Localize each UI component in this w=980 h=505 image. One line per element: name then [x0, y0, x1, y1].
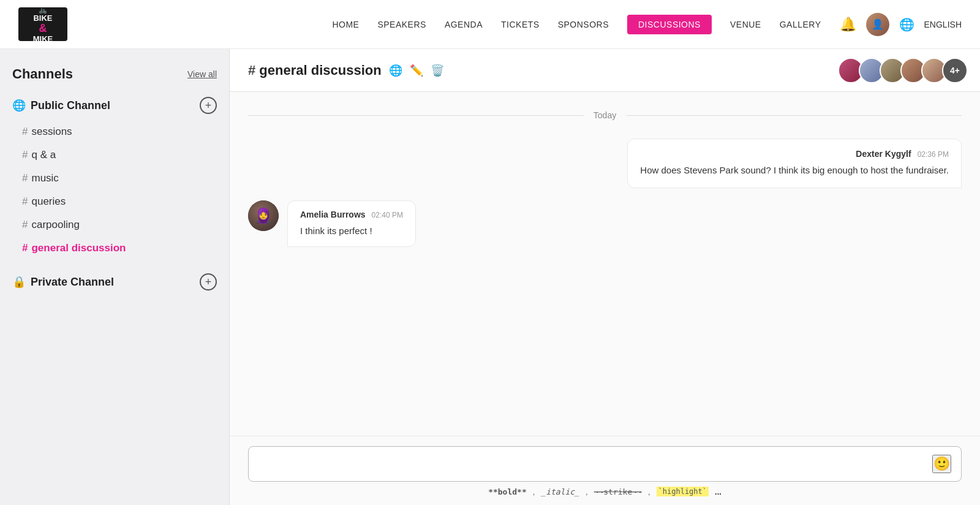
nav-discussions[interactable]: DISCUSSIONS	[627, 15, 712, 34]
amelia-avatar-img: 🧕	[248, 200, 279, 231]
message-text-dexter: How does Stevens Park sound? I think its…	[640, 164, 949, 178]
globe-small-icon: 🌐	[12, 99, 26, 112]
chat-header-left: # general discussion 🌐 ✏️ 🗑️	[248, 63, 444, 78]
format-bold: **bold**	[488, 487, 527, 496]
chat-input-area: 🙂 **bold** , _italic_ , ~~strike~~ , `hi…	[230, 436, 980, 505]
view-all-link[interactable]: View all	[187, 69, 217, 79]
emoji-button[interactable]: 🙂	[932, 455, 951, 473]
nav-home[interactable]: HOME	[332, 20, 359, 29]
nav-sponsors[interactable]: SPONSORS	[558, 20, 609, 29]
channel-music[interactable]: # music	[0, 167, 229, 190]
message-avatar-amelia: 🧕	[248, 200, 279, 231]
message-author-amelia: Amelia Burrows	[300, 210, 366, 219]
add-private-channel-button[interactable]: +	[200, 273, 217, 290]
nav-right: 🔔 👤 🌐 ENGLISH	[840, 13, 962, 36]
nav-venue[interactable]: VENUE	[730, 20, 761, 29]
message-time-dexter: 02:36 PM	[918, 150, 949, 159]
message-bubble-dexter: Dexter Kygylf 02:36 PM How does Stevens …	[627, 139, 962, 188]
channel-qanda[interactable]: # q & a	[0, 143, 229, 167]
format-italic: _italic_	[541, 487, 579, 496]
lock-icon: 🔒	[12, 275, 26, 289]
message-bubble-amelia: Amelia Burrows 02:40 PM I think its perf…	[287, 200, 416, 248]
sidebar: Channels View all 🌐 Public Channel + # s…	[0, 49, 230, 505]
edit-icon[interactable]: ✏️	[410, 64, 423, 77]
date-divider: Today	[248, 110, 962, 120]
channels-title: Channels	[12, 66, 73, 82]
notification-bell-icon[interactable]: 🔔	[840, 17, 856, 32]
globe-header-icon[interactable]: 🌐	[389, 64, 402, 77]
message-meta-dexter: Dexter Kygylf 02:36 PM	[640, 149, 949, 159]
channel-carpooling[interactable]: # carpooling	[0, 213, 229, 237]
language-label[interactable]: ENGLISH	[924, 20, 962, 29]
globe-icon[interactable]: 🌐	[899, 17, 914, 32]
message-amelia: 🧕 Amelia Burrows 02:40 PM I think its pe…	[248, 200, 962, 248]
nav-links: HOME SPEAKERS AGENDA TICKETS SPONSORS DI…	[332, 15, 821, 34]
channel-sessions[interactable]: # sessions	[0, 120, 229, 143]
main-layout: Channels View all 🌐 Public Channel + # s…	[0, 49, 980, 505]
member-count-badge[interactable]: 4+	[942, 58, 968, 83]
nav-tickets[interactable]: TICKETS	[501, 20, 540, 29]
message-text-amelia: I think its perfect !	[300, 224, 403, 238]
logo[interactable]: 🚲 BIKE & MIKE	[18, 7, 67, 41]
formatting-hint: **bold** , _italic_ , ~~strike~~ , `high…	[248, 487, 962, 496]
chat-header-right: 4+	[838, 58, 968, 83]
public-channel-section: 🌐 Public Channel +	[0, 91, 229, 120]
member-avatars: 4+	[838, 58, 968, 83]
chat-title: # general discussion	[248, 63, 382, 78]
message-input-box: 🙂	[248, 446, 962, 482]
add-public-channel-button[interactable]: +	[200, 97, 217, 114]
format-strike: ~~strike~~	[594, 487, 642, 496]
chat-area: # general discussion 🌐 ✏️ 🗑️ 4+	[230, 49, 980, 505]
format-more[interactable]: ...	[715, 487, 722, 496]
message-meta-amelia: Amelia Burrows 02:40 PM	[300, 210, 403, 219]
message-dexter: Dexter Kygylf 02:36 PM How does Stevens …	[248, 139, 962, 188]
nav-agenda[interactable]: AGENDA	[445, 20, 483, 29]
channel-queries[interactable]: # queries	[0, 190, 229, 213]
message-time-amelia: 02:40 PM	[372, 211, 403, 219]
chat-messages: Today Dexter Kygylf 02:36 PM How does St…	[230, 92, 980, 436]
private-channel-title: 🔒 Private Channel	[12, 275, 114, 289]
channels-header: Channels View all	[0, 64, 229, 91]
format-highlight: `highlight`	[657, 487, 709, 496]
channel-general-discussion[interactable]: # general discussion	[0, 237, 229, 260]
delete-icon[interactable]: 🗑️	[431, 64, 444, 77]
message-author-dexter: Dexter Kygylf	[856, 149, 911, 159]
private-channel-section: 🔒 Private Channel +	[0, 267, 229, 297]
chat-header: # general discussion 🌐 ✏️ 🗑️ 4+	[230, 49, 980, 92]
nav-gallery[interactable]: GALLERY	[780, 20, 821, 29]
date-line-right	[626, 115, 962, 116]
user-avatar[interactable]: 👤	[866, 13, 889, 36]
public-channel-title: 🌐 Public Channel	[12, 99, 110, 112]
date-line-left	[248, 115, 584, 116]
nav-speakers[interactable]: SPEAKERS	[377, 20, 426, 29]
message-input[interactable]	[258, 459, 932, 469]
date-label: Today	[594, 110, 616, 120]
top-navigation: 🚲 BIKE & MIKE HOME SPEAKERS AGENDA TICKE…	[0, 0, 980, 49]
